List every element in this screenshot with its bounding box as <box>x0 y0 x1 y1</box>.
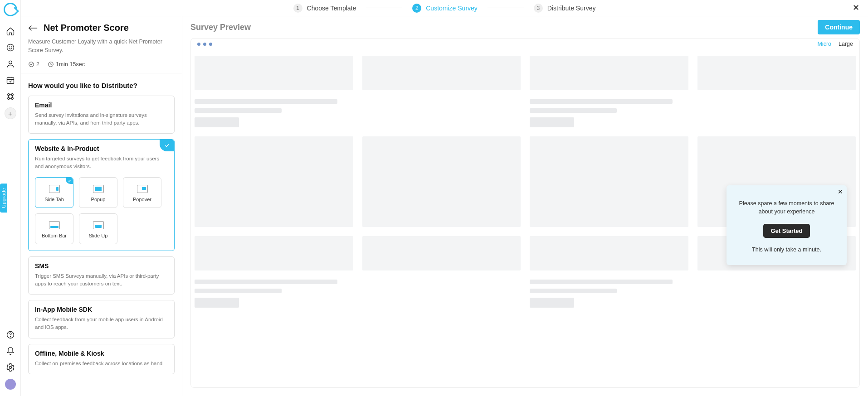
wizard-steps: 1 Choose Template 2 Customize Survey 3 D… <box>21 0 868 16</box>
invite-text: Please spare a few moments to share abou… <box>734 200 839 216</box>
dist-card-email[interactable]: Email Send survey invitations and in-sig… <box>28 96 175 134</box>
dist-card-web[interactable]: Website & In-Product Run targeted survey… <box>28 139 175 251</box>
calendar-icon[interactable] <box>5 75 15 85</box>
help-icon[interactable] <box>5 330 15 340</box>
svg-point-5 <box>7 94 9 96</box>
dist-card-sdk[interactable]: In-App Mobile SDK Collect feedback from … <box>28 300 175 338</box>
bottom-bar-icon <box>49 221 60 229</box>
window-dots-icon <box>197 43 212 46</box>
close-icon[interactable]: ✕ <box>853 4 861 12</box>
widget-side-tab[interactable]: Side Tab <box>35 177 73 208</box>
feedback-icon[interactable] <box>5 43 15 53</box>
card-desc: Trigger SMS Surveys manually, via APIs o… <box>35 272 168 288</box>
settings-icon[interactable] <box>5 362 15 372</box>
wizard-step-3[interactable]: 3 Distribute Survey <box>534 4 596 13</box>
integrations-icon[interactable] <box>5 92 15 101</box>
survey-invite-card: ✕ Please spare a few moments to share ab… <box>727 185 847 265</box>
svg-point-6 <box>11 94 13 96</box>
dist-card-sms[interactable]: SMS Trigger SMS Surveys manually, via AP… <box>28 256 175 295</box>
check-circle-icon <box>28 61 34 68</box>
svg-point-12 <box>29 62 34 67</box>
widget-bottom-bar[interactable]: Bottom Bar <box>35 213 73 244</box>
wizard-step-2[interactable]: 2 Customize Survey <box>412 4 478 13</box>
preview-title: Survey Preview <box>190 23 251 32</box>
card-desc: Send survey invitations and in-signature… <box>35 111 168 127</box>
widget-slide-up[interactable]: Slide Up <box>79 213 117 244</box>
home-icon[interactable] <box>5 26 15 36</box>
card-title: In-App Mobile SDK <box>35 306 168 313</box>
preview-frame: Micro Large <box>190 38 860 388</box>
wizard-step-label: Distribute Survey <box>547 5 596 12</box>
widget-label: Slide Up <box>89 233 108 238</box>
continue-button[interactable]: Continue <box>818 20 860 34</box>
widget-popup[interactable]: Popup <box>79 177 117 208</box>
preview-panel: Survey Preview Continue Micro Large <box>182 16 868 396</box>
size-micro[interactable]: Micro <box>817 41 831 47</box>
get-started-button[interactable]: Get Started <box>763 224 809 238</box>
question-count: 2 <box>28 61 39 68</box>
svg-point-7 <box>7 97 9 99</box>
wizard-divider <box>488 8 524 8</box>
svg-point-11 <box>9 367 11 369</box>
svg-point-2 <box>11 47 12 47</box>
widget-label: Side Tab <box>44 197 64 202</box>
card-title: Email <box>35 101 168 109</box>
back-arrow-icon[interactable] <box>28 24 38 32</box>
slide-up-icon <box>93 221 104 229</box>
dist-card-kiosk[interactable]: Offline, Mobile & Kiosk Collect on-premi… <box>28 344 175 374</box>
upgrade-tab[interactable]: Upgrade <box>0 184 7 212</box>
selected-check-icon <box>160 140 174 151</box>
selected-check-icon <box>66 178 73 184</box>
card-desc: Collect on-premises feedback across loca… <box>35 360 168 367</box>
add-button[interactable]: + <box>5 108 16 119</box>
widget-popover[interactable]: Popover <box>123 177 161 208</box>
invite-footnote: This will only take a minute. <box>734 246 839 254</box>
clock-icon <box>48 61 54 68</box>
svg-point-0 <box>7 44 14 51</box>
widget-label: Popover <box>133 197 151 202</box>
card-title: Offline, Mobile & Kiosk <box>35 350 168 357</box>
popup-icon <box>93 185 104 193</box>
size-large[interactable]: Large <box>839 41 853 47</box>
wizard-divider <box>366 8 402 8</box>
wizard-step-label: Choose Template <box>307 5 356 12</box>
survey-title: Net Promoter Score <box>44 23 129 33</box>
card-title: Website & In-Product <box>35 145 168 152</box>
svg-point-8 <box>11 97 13 99</box>
distribute-heading: How would you like to Distribute? <box>28 82 175 89</box>
card-desc: Run targeted surveys to get feedback fro… <box>35 155 168 171</box>
duration: 1min 15sec <box>48 61 85 68</box>
svg-point-1 <box>9 47 10 47</box>
side-tab-icon <box>49 185 60 193</box>
app-logo-icon[interactable] <box>4 3 17 16</box>
card-desc: Collect feedback from your mobile app us… <box>35 316 168 332</box>
wizard-step-label: Customize Survey <box>426 5 478 12</box>
survey-subtitle: Measure Customer Loyalty with a quick Ne… <box>28 38 175 55</box>
widget-label: Bottom Bar <box>42 233 67 238</box>
popover-icon <box>137 185 148 193</box>
config-panel: Net Promoter Score Measure Customer Loya… <box>21 16 182 396</box>
invite-close-icon[interactable]: ✕ <box>838 188 843 195</box>
wizard-step-1[interactable]: 1 Choose Template <box>293 4 356 13</box>
contacts-icon[interactable] <box>5 59 15 69</box>
skeleton-page <box>195 56 856 309</box>
svg-rect-4 <box>7 77 14 83</box>
card-title: SMS <box>35 262 168 270</box>
widget-label: Popup <box>91 197 106 202</box>
svg-point-10 <box>10 337 10 337</box>
user-avatar[interactable] <box>5 379 16 390</box>
notifications-icon[interactable] <box>5 346 15 356</box>
svg-point-3 <box>9 61 12 64</box>
